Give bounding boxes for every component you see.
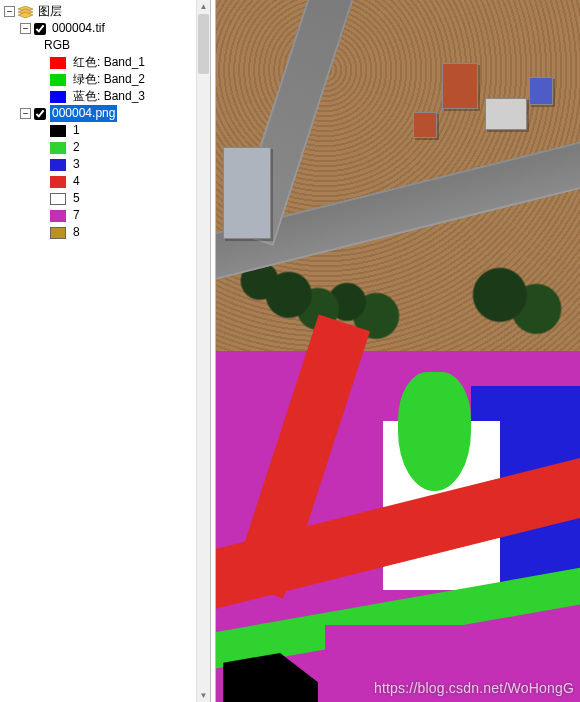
collapse-toggle[interactable]: − — [20, 23, 31, 34]
class-row[interactable]: 5 — [4, 190, 210, 207]
color-swatch — [50, 74, 66, 86]
layer-item-tif[interactable]: − 000004.tif — [4, 20, 210, 37]
class-label: 5 — [71, 190, 82, 207]
class-label: 2 — [71, 139, 82, 156]
band-row[interactable]: 绿色: Band_2 — [4, 71, 210, 88]
layer-label: 000004.png — [50, 105, 117, 122]
color-swatch — [50, 91, 66, 103]
layer-visibility-checkbox[interactable] — [34, 108, 46, 120]
class-label: 1 — [71, 122, 82, 139]
collapse-toggle[interactable]: − — [20, 108, 31, 119]
layer-item-png[interactable]: − 000004.png — [4, 105, 210, 122]
class-row[interactable]: 7 — [4, 207, 210, 224]
color-swatch — [50, 210, 66, 222]
tree-root-label: 图层 — [36, 3, 64, 20]
layers-icon — [18, 6, 33, 18]
scroll-thumb[interactable] — [198, 14, 209, 74]
band-label: 蓝色: Band_3 — [71, 88, 147, 105]
rgb-group[interactable]: RGB — [4, 37, 210, 54]
aerial-image — [216, 0, 580, 351]
map-viewer[interactable]: https://blog.csdn.net/WoHongG — [216, 0, 580, 702]
color-swatch — [50, 142, 66, 154]
color-swatch — [50, 227, 66, 239]
classification-image: https://blog.csdn.net/WoHongG — [216, 351, 580, 702]
color-swatch — [50, 57, 66, 69]
band-row[interactable]: 红色: Band_1 — [4, 54, 210, 71]
class-label: 8 — [71, 224, 82, 241]
color-swatch — [50, 193, 66, 205]
color-swatch — [50, 159, 66, 171]
class-label: 3 — [71, 156, 82, 173]
band-label: 绿色: Band_2 — [71, 71, 147, 88]
class-row[interactable]: 2 — [4, 139, 210, 156]
collapse-toggle[interactable]: − — [4, 6, 15, 17]
color-swatch — [50, 176, 66, 188]
scroll-up-icon[interactable]: ▲ — [197, 0, 210, 13]
panel-scrollbar[interactable]: ▲ ▼ — [196, 0, 210, 702]
class-label: 4 — [71, 173, 82, 190]
class-row[interactable]: 1 — [4, 122, 210, 139]
rgb-label: RGB — [42, 37, 72, 54]
layers-panel: − 图层 − 000004.tif RGB 红色: Ban — [0, 0, 210, 702]
app-root: − 图层 − 000004.tif RGB 红色: Ban — [0, 0, 580, 702]
class-row[interactable]: 4 — [4, 173, 210, 190]
class-row[interactable]: 8 — [4, 224, 210, 241]
band-label: 红色: Band_1 — [71, 54, 147, 71]
tree-root[interactable]: − 图层 — [4, 3, 210, 20]
band-row[interactable]: 蓝色: Band_3 — [4, 88, 210, 105]
layer-visibility-checkbox[interactable] — [34, 23, 46, 35]
color-swatch — [50, 125, 66, 137]
class-row[interactable]: 3 — [4, 156, 210, 173]
layer-tree: − 图层 − 000004.tif RGB 红色: Ban — [0, 3, 210, 241]
scroll-down-icon[interactable]: ▼ — [197, 689, 210, 702]
layer-label: 000004.tif — [50, 20, 107, 37]
class-label: 7 — [71, 207, 82, 224]
